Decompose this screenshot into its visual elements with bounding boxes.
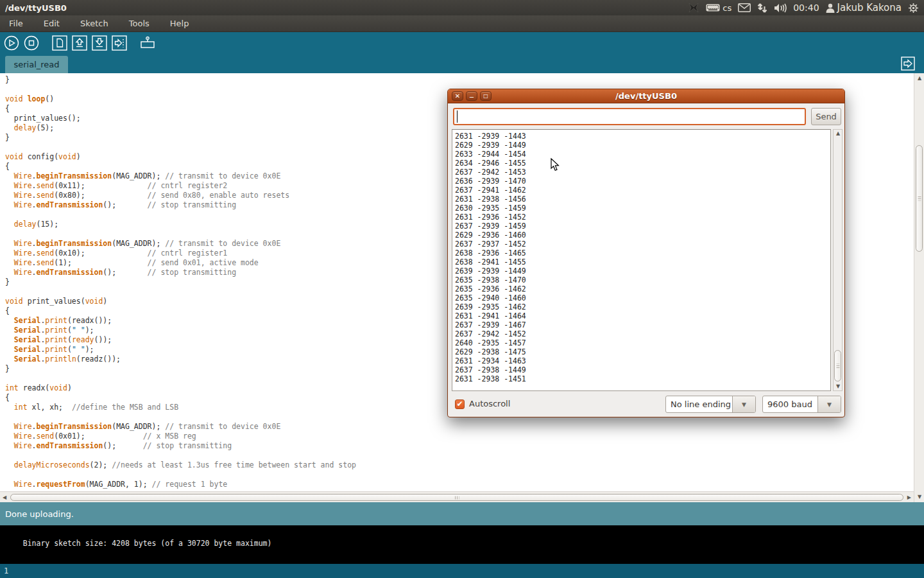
minimize-button[interactable]: ─ <box>466 91 477 101</box>
serial-input-row: Send <box>448 103 844 130</box>
autoscroll-checkbox[interactable]: ✔ <box>455 399 465 409</box>
text-caret <box>457 110 458 123</box>
clock[interactable]: 00:40 <box>793 3 819 13</box>
desktop: /dev/ttyUSB0 cs 00:40 Jaku <box>0 0 924 578</box>
minimize-icon: ─ <box>470 94 474 101</box>
send-button-label: Send <box>816 112 837 121</box>
scroll-left-arrow-icon[interactable]: ◀ <box>3 495 6 500</box>
serial-output-text: 2631 -2939 -1443 2629 -2939 -1449 2633 -… <box>452 130 830 383</box>
new-sketch-icon <box>52 35 67 51</box>
serial-input[interactable] <box>453 108 806 125</box>
updown-arrows-icon <box>757 3 767 13</box>
send-button[interactable]: Send <box>811 108 841 125</box>
line-ending-value: No line ending <box>666 396 732 412</box>
network-indicator[interactable] <box>757 3 767 13</box>
save-button[interactable] <box>91 35 108 51</box>
verify-icon <box>4 35 19 51</box>
serial-scrollbar[interactable]: ▲ ▼ <box>833 129 843 391</box>
mouse-cursor <box>551 158 560 174</box>
user-name-label: Jakub Kakona <box>837 2 902 13</box>
scroll-down-arrow-icon[interactable]: ▼ <box>918 495 921 500</box>
open-icon <box>72 35 87 51</box>
close-button[interactable]: ✕ <box>452 91 463 101</box>
top-panel: /dev/ttyUSB0 cs 00:40 Jaku <box>0 0 924 15</box>
line-ending-select[interactable]: No line ending ▼ <box>665 396 756 413</box>
window-title: /dev/ttyUSB0 <box>5 3 67 13</box>
line-number: 1 <box>4 566 8 575</box>
tab-serial-read[interactable]: serial_read <box>5 56 68 73</box>
serial-scroll-up-icon[interactable]: ▲ <box>836 131 840 136</box>
serial-output-area[interactable]: 2631 -2939 -1443 2629 -2939 -1449 2633 -… <box>452 129 831 391</box>
autoscroll-label: Autoscroll <box>469 399 510 408</box>
maximize-icon: □ <box>483 94 488 99</box>
new-sketch-button[interactable] <box>51 35 68 51</box>
user-menu[interactable]: Jakub Kakona <box>826 2 902 13</box>
sound-indicator[interactable] <box>774 3 787 13</box>
menu-help[interactable]: Help <box>167 17 192 30</box>
editor-hscroll-thumb[interactable] <box>10 494 903 501</box>
tab-menu-button[interactable] <box>901 57 915 71</box>
upload-button[interactable] <box>111 35 128 51</box>
keyboard-layout-label: cs <box>723 3 732 13</box>
tab-strip: serial_read <box>0 54 924 73</box>
scroll-right-arrow-icon[interactable]: ▶ <box>907 495 911 500</box>
serial-scroll-down-icon[interactable]: ▼ <box>836 384 840 389</box>
editor-vscroll-thumb[interactable] <box>916 145 923 252</box>
close-icon: ✕ <box>455 93 460 100</box>
toolbar <box>0 32 924 54</box>
keyboard-layout-indicator[interactable]: cs <box>706 3 732 13</box>
serial-monitor-button[interactable] <box>139 35 156 51</box>
serial-window-title: /dev/ttyUSB0 <box>448 91 844 101</box>
serial-titlebar[interactable]: ✕ ─ □ /dev/ttyUSB0 <box>448 89 844 103</box>
messaging-menu[interactable] <box>738 3 751 12</box>
serial-scroll-thumb[interactable] <box>834 350 841 381</box>
gear-icon <box>908 3 919 13</box>
verify-button[interactable] <box>3 35 20 51</box>
tab-label: serial_read <box>13 60 59 69</box>
menu-sketch[interactable]: Sketch <box>78 17 111 30</box>
chevron-down-icon[interactable]: ▼ <box>732 396 755 412</box>
serial-controls: ✔ Autoscroll No line ending ▼ 9600 baud … <box>448 391 844 417</box>
menu-file[interactable]: File <box>6 17 26 30</box>
clock-label: 00:40 <box>793 3 819 13</box>
upload-icon <box>112 35 127 51</box>
console-text: Binary sketch size: 4208 bytes (of a 307… <box>23 539 272 548</box>
serial-monitor-icon <box>139 35 156 51</box>
user-icon <box>826 3 835 13</box>
stop-icon <box>24 35 39 51</box>
menu-tools[interactable]: Tools <box>126 17 152 30</box>
scroll-up-arrow-icon[interactable]: ▲ <box>918 76 921 81</box>
line-number-bar: 1 <box>0 564 924 578</box>
envelope-icon <box>738 3 751 12</box>
stop-button[interactable] <box>23 35 40 51</box>
status-message: Done uploading. <box>5 509 74 519</box>
status-bar: Done uploading. <box>0 502 924 525</box>
indicator-applet-icon[interactable] <box>688 3 699 13</box>
checkmark-icon: ✔ <box>456 399 463 408</box>
tab-menu-icon <box>901 57 915 71</box>
baud-rate-select[interactable]: 9600 baud ▼ <box>762 396 841 413</box>
menu-edit[interactable]: Edit <box>41 17 62 30</box>
editor-vertical-scrollbar[interactable]: ▲ ▼ <box>914 73 924 502</box>
speaker-icon <box>774 3 787 13</box>
editor-horizontal-scrollbar[interactable]: ◀ ▶ <box>0 491 914 502</box>
session-menu[interactable] <box>908 3 919 13</box>
baud-rate-value: 9600 baud <box>763 396 817 412</box>
serial-monitor-window: ✕ ─ □ /dev/ttyUSB0 Send 2631 -2939 -1443… <box>447 89 845 417</box>
system-tray: cs 00:40 Jakub Kakona <box>688 2 924 13</box>
chevron-down-icon[interactable]: ▼ <box>817 396 841 412</box>
menu-bar: File Edit Sketch Tools Help <box>0 15 924 32</box>
open-button[interactable] <box>71 35 88 51</box>
build-console: Binary sketch size: 4208 bytes (of a 307… <box>0 525 924 564</box>
maximize-button[interactable]: □ <box>480 91 492 101</box>
save-icon <box>92 35 107 51</box>
keyboard-icon <box>706 3 720 12</box>
